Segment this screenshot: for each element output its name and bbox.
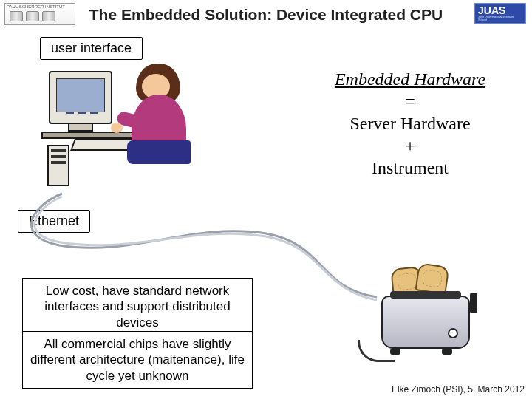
juas-logo: JUAS Joint Universities Accelerator Scho… [474,3,526,24]
header-bar: PAUL SCHERRER INSTITUT The Embedded Solu… [1,1,531,28]
equation-block: Embedded Hardware = Server Hardware + In… [307,68,514,179]
pc-tower-icon [47,145,69,186]
equation-heading: Embedded Hardware [307,68,514,90]
toaster-illustration [368,260,494,371]
equation-line-server: Server Hardware [307,112,514,134]
toaster-lever [470,293,477,313]
equation-line-instrument: Instrument [307,157,514,179]
callout-drawback: All commercial chips have slightly diffe… [22,331,253,389]
footer-credit: Elke Zimoch (PSI), 5. March 2012 [392,384,525,395]
user-person-icon [115,64,197,189]
equation-equals: = [307,90,514,112]
slide-title: The Embedded Solution: Device Integrated… [1,6,531,24]
toaster-dial [448,328,458,338]
toaster-cord [358,340,395,362]
toaster-icon [381,296,470,349]
callout-advantage: Low cost, have standard network interfac… [22,278,253,335]
label-user-interface: user interface [40,37,143,60]
label-ethernet: Ethernet [18,210,90,233]
monitor-icon [49,71,112,124]
toast-icon [415,262,450,294]
monitor-stand [68,124,93,132]
equation-plus: + [307,134,514,157]
workstation-illustration [44,62,200,195]
juas-logo-sub: Joint Universities Accelerator School [478,16,522,21]
